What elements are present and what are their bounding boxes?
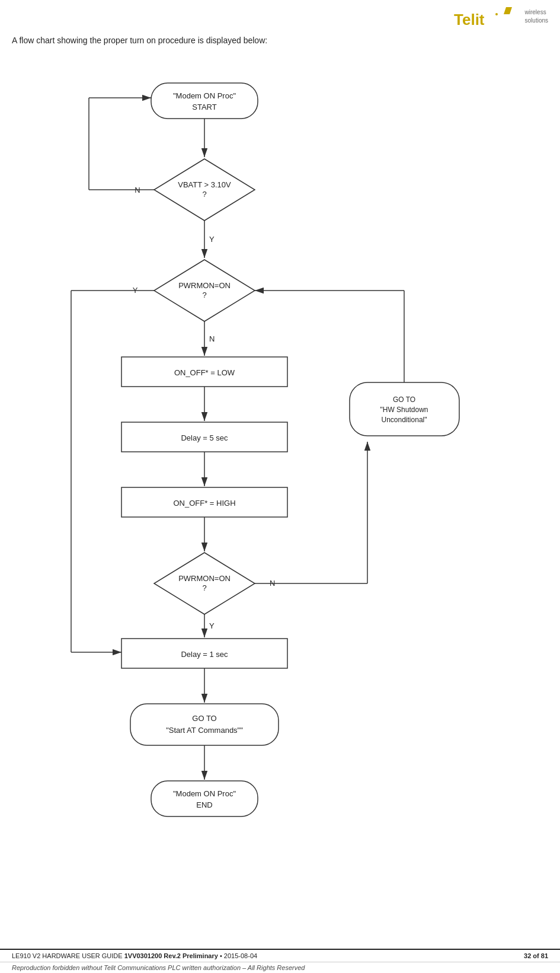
svg-text:ON_OFF* = LOW: ON_OFF* = LOW xyxy=(174,368,235,377)
svg-text:PWRMON=ON: PWRMON=ON xyxy=(178,574,231,583)
svg-text:"Start AT Commands"": "Start AT Commands"" xyxy=(166,726,243,735)
svg-text:VBATT > 3.10V: VBATT > 3.10V xyxy=(178,180,231,189)
svg-text:Y: Y xyxy=(209,235,215,244)
svg-rect-4 xyxy=(151,83,258,119)
svg-rect-52 xyxy=(130,704,279,745)
footer-top: LE910 V2 HARDWARE USER GUIDE 1VV0301200 … xyxy=(0,950,560,962)
intro-paragraph: A flow chart showing the proper turn on … xyxy=(12,36,267,45)
svg-text:GO TO: GO TO xyxy=(192,714,216,723)
svg-text:END: END xyxy=(196,800,212,809)
svg-text:"Modem ON Proc": "Modem ON Proc" xyxy=(173,91,236,100)
svg-text:?: ? xyxy=(202,291,206,299)
svg-point-2 xyxy=(495,13,498,15)
svg-text:START: START xyxy=(192,103,216,111)
logo-container: Telit wirelesssolutions xyxy=(454,6,548,37)
logo-area: Telit wirelesssolutions xyxy=(454,6,548,37)
svg-marker-0 xyxy=(504,7,512,14)
footer-left-text: LE910 V2 HARDWARE USER GUIDE 1VV0301200 … xyxy=(12,952,257,959)
footer-bottom: Reproduction forbidden without Telit Com… xyxy=(0,962,560,973)
svg-text:"HW Shutdown: "HW Shutdown xyxy=(380,406,428,414)
footer-page-number: 32 of 81 xyxy=(524,952,548,959)
flowchart-area: "Modem ON Proc" START VBATT > 3.10V ? N … xyxy=(0,65,560,925)
svg-text:Delay = 1 sec: Delay = 1 sec xyxy=(181,650,228,659)
svg-text:GO TO: GO TO xyxy=(393,395,415,404)
svg-rect-56 xyxy=(151,781,258,816)
svg-text:PWRMON=ON: PWRMON=ON xyxy=(178,281,231,290)
footer: LE910 V2 HARDWARE USER GUIDE 1VV0301200 … xyxy=(0,949,560,973)
svg-text:ON_OFF* = HIGH: ON_OFF* = HIGH xyxy=(173,499,235,508)
svg-text:?: ? xyxy=(202,583,206,592)
logo-sub-text: wirelesssolutions xyxy=(525,8,548,25)
svg-text:Telit: Telit xyxy=(454,11,485,28)
svg-text:Y: Y xyxy=(209,621,215,630)
svg-text:"Modem ON Proc": "Modem ON Proc" xyxy=(173,789,236,798)
flowchart-svg: "Modem ON Proc" START VBATT > 3.10V ? N … xyxy=(0,65,560,925)
svg-text:Delay = 5 sec: Delay = 5 sec xyxy=(181,433,228,442)
svg-text:?: ? xyxy=(202,190,206,199)
svg-text:Unconditional": Unconditional" xyxy=(382,416,427,424)
svg-text:N: N xyxy=(209,334,215,343)
telit-logo: Telit xyxy=(454,6,525,37)
